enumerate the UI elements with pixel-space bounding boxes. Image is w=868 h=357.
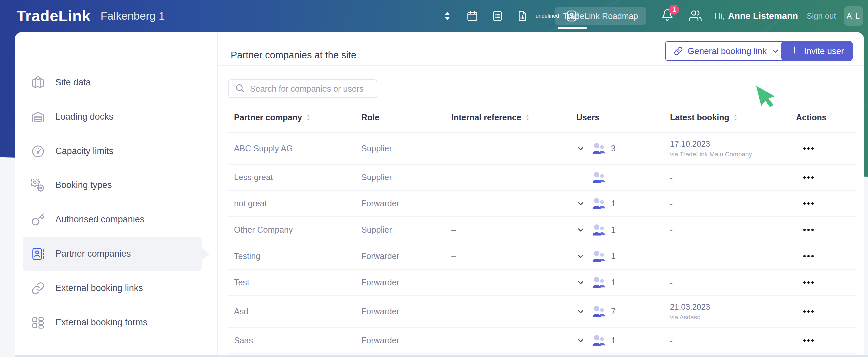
row-actions-button[interactable] [801, 144, 816, 153]
sort-icon[interactable] [525, 114, 530, 121]
sidebar-item-booking-types[interactable]: Booking types [23, 168, 202, 202]
roadmap-button[interactable]: TradeLink Roadmap [555, 7, 646, 25]
table-row: Test Forwarder – 1 - [228, 270, 856, 296]
site-name: Falkenberg 1 [101, 10, 165, 22]
table-row: not great Forwarder – 1 - [228, 191, 856, 217]
sort-icon[interactable] [734, 114, 738, 121]
sidebar-item-label: Site data [55, 77, 91, 88]
row-actions-button[interactable] [801, 307, 816, 316]
row-actions-button[interactable] [801, 278, 816, 287]
map-pin-icon [31, 75, 45, 90]
column-header-users: Users [576, 112, 670, 122]
row-actions-button[interactable] [801, 252, 816, 261]
users-icon [592, 170, 608, 185]
role-cell: Forwarder [362, 307, 451, 316]
expand-users-chevron-icon[interactable] [576, 144, 586, 153]
partner-company-cell: Asd [228, 307, 362, 316]
gears-icon [31, 178, 45, 193]
role-cell: Forwarder [362, 252, 451, 261]
key-icon [31, 213, 45, 227]
sidebar: Site data Loading docks Capacity limits … [14, 32, 218, 355]
table-row: Saas Forwarder – 1 - [228, 328, 856, 354]
search-input[interactable] [249, 84, 377, 94]
internal-reference-cell: – [451, 225, 576, 235]
users-cell: 1 [576, 275, 670, 290]
sidebar-item-label: External booking forms [55, 317, 147, 328]
row-actions-button[interactable] [801, 199, 816, 208]
sidebar-item-authorised-companies[interactable]: Authorised companies [23, 202, 202, 237]
users-cell: 1 [576, 223, 670, 237]
main-header: Partner companies at the site General bo… [218, 32, 864, 66]
expand-users-chevron-icon[interactable] [576, 278, 586, 287]
sidebar-item-loading-docks[interactable]: Loading docks [23, 100, 202, 134]
notifications-button[interactable]: 1 [661, 9, 675, 23]
table-body: ABC Supply AG Supplier – 3 17.10.2023 vi [228, 133, 856, 354]
partner-company-cell: Test [228, 278, 362, 287]
invite-user-button[interactable]: Invite user [781, 41, 853, 61]
column-label: Internal reference [451, 112, 521, 122]
partner-company-cell: Saas [228, 336, 362, 345]
top-bar: TradeLink Falkenberg 1 undefined TradeLi… [0, 0, 868, 32]
sidebar-item-capacity-limits[interactable]: Capacity limits [23, 134, 202, 168]
users-cell: 7 [576, 304, 670, 319]
bottom-scroll-strip [14, 355, 868, 357]
calendar-icon [466, 10, 478, 22]
table-row: Asd Forwarder – 7 21.03.2023 via Asdasd [228, 296, 856, 328]
column-label: Latest booking [670, 112, 730, 122]
sign-out-link[interactable]: Sign out [805, 11, 838, 21]
chevron-down-icon [771, 47, 779, 55]
actions-cell [796, 225, 856, 234]
table-row: ABC Supply AG Supplier – 3 17.10.2023 vi [228, 133, 856, 164]
sort-icon[interactable] [306, 114, 310, 121]
column-header-latest-booking: Latest booking [670, 112, 796, 122]
users-directory-button[interactable] [689, 9, 703, 23]
expand-users-chevron-icon[interactable] [576, 252, 586, 261]
expand-users-chevron-icon[interactable] [576, 225, 586, 235]
actions-cell [796, 173, 856, 182]
table-header-row: Partner companyRoleInternal referenceUse… [228, 98, 856, 133]
expand-users-chevron-icon[interactable] [576, 199, 586, 208]
notification-badge: 1 [669, 5, 679, 15]
users-count: 1 [611, 199, 616, 208]
app: TradeLink Falkenberg 1 undefined TradeLi… [0, 0, 868, 357]
latest-booking-cell: 21.03.2023 via Asdasd [670, 302, 796, 321]
nav-document-chart-button[interactable] [515, 0, 529, 32]
latest-booking-cell: - [670, 252, 796, 261]
main-panel: Partner companies at the site General bo… [218, 32, 864, 355]
sidebar-item-external-booking-forms[interactable]: External booking forms [23, 305, 202, 340]
users-icon [592, 249, 608, 264]
clipboard-list-icon [491, 10, 504, 22]
sidebar-item-partner-companies[interactable]: Partner companies [23, 237, 202, 271]
nav-clipboard-list-button[interactable] [490, 0, 504, 32]
partner-company-cell: Less great [228, 172, 362, 182]
internal-reference-cell: – [451, 199, 576, 208]
sidebar-item-site-data[interactable]: Site data [23, 65, 202, 100]
users-count: 1 [611, 336, 616, 345]
expand-users-chevron-icon[interactable] [576, 307, 586, 316]
avatar[interactable]: A L [844, 6, 863, 26]
row-actions-button[interactable] [801, 225, 816, 234]
users-count: 7 [611, 307, 616, 316]
users-cell: 1 [576, 196, 670, 211]
internal-reference-cell: – [451, 307, 576, 316]
nav-calendar-button[interactable] [465, 0, 479, 32]
invite-user-label: Invite user [804, 46, 844, 56]
nav-sort-vertical-button[interactable] [440, 0, 454, 32]
general-booking-link-button[interactable]: General booking link [665, 41, 788, 61]
gauge-icon [31, 144, 45, 159]
column-label: Partner company [234, 112, 302, 122]
actions-cell [796, 144, 856, 153]
role-cell: Forwarder [362, 336, 451, 345]
sidebar-item-external-booking-links[interactable]: External booking links [23, 271, 202, 305]
content-card: Site data Loading docks Capacity limits … [14, 32, 864, 355]
forms-grid-icon [31, 315, 45, 330]
column-label: Users [576, 112, 599, 122]
nav-settings-gear-button[interactable]: undefined [540, 0, 554, 32]
users-count: 1 [611, 252, 616, 261]
row-actions-button[interactable] [801, 173, 816, 182]
actions-cell [796, 252, 856, 261]
latest-booking-cell: - [670, 225, 796, 235]
expand-users-chevron-icon[interactable] [576, 336, 586, 345]
users-count: 3 [611, 143, 616, 153]
row-actions-button[interactable] [801, 336, 816, 345]
